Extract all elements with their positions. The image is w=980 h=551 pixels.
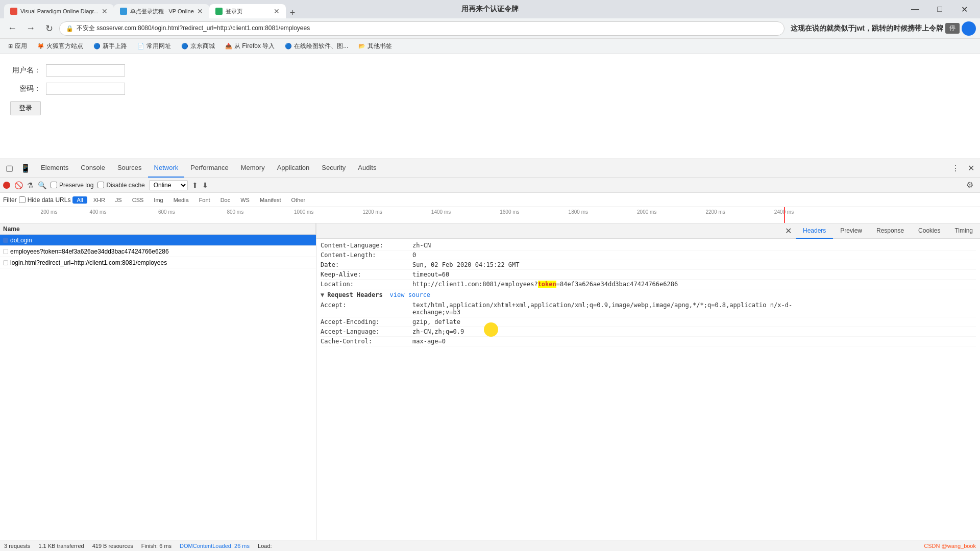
disable-cache-label[interactable]: Disable cache [97, 182, 144, 189]
network-row-employees[interactable]: employees?token=84ef3a626ae34dd3bac47424… [0, 246, 316, 257]
response-tab-headers[interactable]: Headers [796, 223, 833, 239]
bookmark-newuser[interactable]: 🔵 新手上路 [89, 41, 131, 52]
network-row-dologin[interactable]: doLogin [0, 235, 316, 246]
req-val-accept: text/html,application/xhtml+xml,applicat… [412, 302, 792, 316]
address-bar[interactable]: 🔒 不安全 ssoserver.com:8080/login.html?redi… [59, 21, 785, 36]
timeline-ruler: 200 ms 400 ms 600 ms 800 ms 1000 ms 1200… [0, 207, 980, 223]
devtools-settings-icon[interactable]: ⚙ [963, 178, 977, 192]
filter-other[interactable]: Other [287, 196, 310, 204]
bookmark-draw[interactable]: 🔵 在线绘图软件、图... [281, 41, 352, 52]
close-button[interactable]: ✕ [952, 0, 976, 18]
header-val-content-language: zh-CN [412, 242, 431, 249]
username-label: 用户名： [10, 66, 41, 75]
preserve-log-label[interactable]: Preserve log [51, 182, 93, 189]
tab-close-login[interactable]: ✕ [274, 7, 280, 15]
req-header-cache-control: Cache-Control: max-age=0 [321, 337, 976, 346]
profile-button[interactable] [962, 21, 976, 36]
filter-font[interactable]: Font [195, 196, 214, 204]
minimize-button[interactable]: — [903, 0, 927, 18]
download-icon[interactable]: ⬇ [202, 181, 208, 189]
refresh-button[interactable]: ↻ [41, 20, 57, 37]
tab-performance[interactable]: Performance [184, 159, 234, 178]
filter-css[interactable]: CSS [128, 196, 148, 204]
tab-network[interactable]: Network [148, 159, 185, 178]
filter-manifest[interactable]: Manifest [256, 196, 285, 204]
header-content-length: Content-Length: 0 [321, 251, 976, 260]
preserve-log-text: Preserve log [59, 182, 93, 189]
filter-icon[interactable]: ⚗ [27, 181, 34, 189]
header-date: Date: Sun, 02 Feb 2020 04:15:22 GMT [321, 260, 976, 270]
maximize-button[interactable]: □ [928, 0, 951, 18]
header-key-content-language: Content-Language: [321, 242, 412, 249]
csdn-watermark: CSDN @wang_book [924, 543, 976, 549]
clear-icon[interactable]: 🚫 [14, 181, 23, 189]
new-tab-button[interactable]: + [286, 8, 300, 18]
tab-application[interactable]: Application [271, 159, 316, 178]
token-highlight: token [538, 281, 556, 288]
view-source-link[interactable]: view source [390, 291, 430, 298]
login-button[interactable]: 登录 [10, 101, 41, 115]
close-devtools-icon[interactable]: ✕ [964, 161, 978, 176]
response-tab-response[interactable]: Response [869, 223, 911, 239]
tab-close-sso[interactable]: ✕ [197, 7, 203, 15]
request-headers-section[interactable]: ▼ Request Headers view source [321, 289, 976, 300]
response-tab-timing[interactable]: Timing [947, 223, 980, 239]
response-panel: ✕ Headers Preview Response Cookies Timin… [316, 223, 980, 540]
pause-button[interactable]: 停 [945, 23, 960, 34]
search-icon[interactable]: 🔍 [38, 181, 46, 189]
password-input[interactable] [46, 83, 125, 95]
record-button[interactable] [3, 182, 10, 189]
throttle-select[interactable]: Online Fast 3G Slow 3G Offline [149, 180, 188, 190]
tab-elements[interactable]: Elements [35, 159, 75, 178]
bookmark-newuser-label: 新手上路 [103, 42, 127, 51]
filter-ws[interactable]: WS [236, 196, 254, 204]
filter-js[interactable]: JS [111, 196, 126, 204]
filter-doc[interactable]: Doc [216, 196, 235, 204]
bookmark-apps[interactable]: ⊞ 应用 [4, 41, 31, 52]
devtools-left-icons: ▢ 📱 [2, 161, 33, 176]
req-key-accept: Accept: [321, 302, 412, 309]
response-tab-cookies[interactable]: Cookies [911, 223, 947, 239]
response-close-icon[interactable]: ✕ [785, 226, 792, 236]
bookmark-firefox-import[interactable]: 📥 从 Firefox 导入 [221, 41, 279, 52]
filter-all[interactable]: All [72, 196, 87, 204]
back-button[interactable]: ← [4, 20, 20, 37]
bookmark-firefox[interactable]: 🦊 火狐官方站点 [33, 41, 87, 52]
tab-console[interactable]: Console [75, 159, 111, 178]
tab-sso[interactable]: 单点登录流程 - VP Online ✕ [114, 4, 209, 18]
username-input[interactable] [46, 64, 125, 77]
inspect-icon-btn[interactable]: ▢ [2, 161, 16, 176]
tab-memory[interactable]: Memory [235, 159, 271, 178]
tab-audits[interactable]: Audits [352, 159, 382, 178]
tab-security[interactable]: Security [315, 159, 352, 178]
header-val-content-length: 0 [412, 252, 416, 259]
tab-login[interactable]: 登录页 ✕ [209, 4, 286, 18]
response-content: Content-Language: zh-CN Content-Length: … [316, 239, 980, 540]
bookmark-others[interactable]: 📂 其他书签 [354, 41, 396, 52]
tick-1800: 1800 ms [569, 209, 588, 215]
hide-data-urls-checkbox[interactable] [19, 196, 26, 203]
dom-content-loaded[interactable]: DOMContentLoaded: 26 ms [180, 543, 250, 549]
hide-data-urls-label[interactable]: Hide data URLs [19, 196, 71, 204]
more-options-icon[interactable]: ⋮ [948, 161, 963, 176]
req-key-cache-control: Cache-Control: [321, 338, 412, 345]
disable-cache-text: Disable cache [106, 182, 144, 189]
bookmark-jd[interactable]: 🔵 京东商城 [177, 41, 219, 52]
hide-data-urls-text: Hide data URLs [28, 196, 71, 204]
disable-cache-checkbox[interactable] [97, 182, 104, 188]
preserve-log-checkbox[interactable] [51, 182, 57, 188]
filter-media[interactable]: Media [169, 196, 193, 204]
browser-titlebar: Visual Paradigm Online Diagr... ✕ 单点登录流程… [0, 0, 980, 18]
forward-button[interactable]: → [22, 20, 39, 37]
device-icon-btn[interactable]: 📱 [18, 161, 33, 176]
bookmark-common[interactable]: 📄 常用网址 [133, 41, 175, 52]
response-tab-preview[interactable]: Preview [833, 223, 869, 239]
row-name-login-html: login.html?redirect_url=http://client1.c… [0, 259, 316, 266]
filter-img[interactable]: Img [150, 196, 167, 204]
tab-sources[interactable]: Sources [111, 159, 148, 178]
network-row-login-html[interactable]: login.html?redirect_url=http://client1.c… [0, 257, 316, 268]
filter-xhr[interactable]: XHR [89, 196, 109, 204]
tab-close-vp[interactable]: ✕ [102, 7, 108, 15]
tab-vp[interactable]: Visual Paradigm Online Diagr... ✕ [4, 4, 114, 18]
upload-icon[interactable]: ⬆ [192, 181, 198, 189]
